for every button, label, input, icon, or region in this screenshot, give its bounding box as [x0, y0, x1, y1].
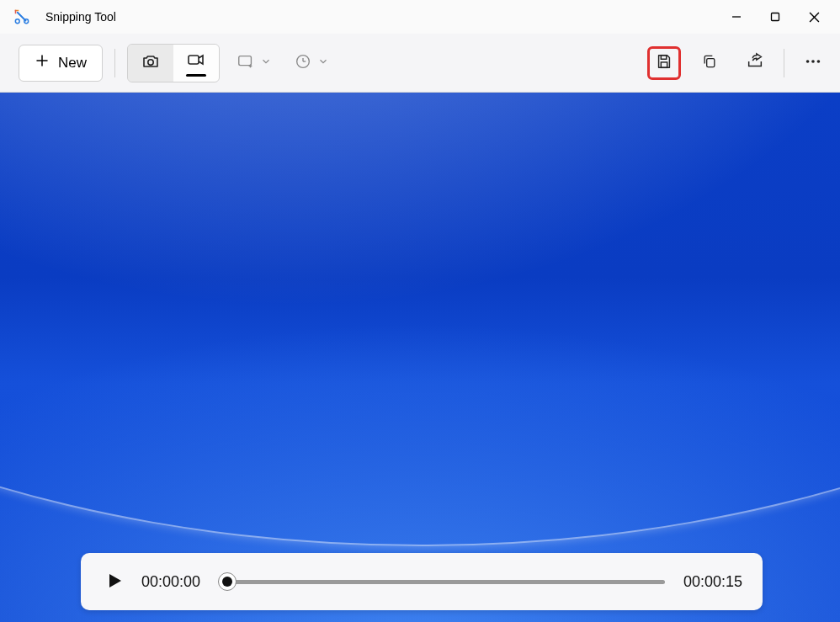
- video-preview[interactable]: [0, 93, 840, 622]
- svg-rect-11: [189, 56, 199, 64]
- screenshot-mode-button[interactable]: [128, 45, 173, 82]
- rectangle-icon: [237, 52, 255, 74]
- svg-rect-3: [15, 10, 17, 14]
- capture-mode-toggle: [127, 44, 220, 82]
- toolbar: New: [0, 34, 840, 93]
- maximize-button[interactable]: [756, 0, 795, 34]
- app-title: Snipping Tool: [45, 10, 116, 24]
- current-time: 00:00:00: [141, 573, 200, 591]
- svg-point-1: [24, 19, 29, 24]
- svg-point-10: [148, 60, 153, 65]
- title-bar: Snipping Tool: [0, 0, 840, 34]
- clock-icon: [294, 52, 312, 74]
- save-button[interactable]: [647, 46, 681, 80]
- svg-point-0: [15, 19, 19, 24]
- title-left: Snipping Tool: [13, 8, 116, 25]
- copy-button[interactable]: [693, 46, 726, 80]
- plus-icon: [35, 53, 50, 72]
- svg-point-23: [817, 60, 821, 63]
- seek-slider[interactable]: [219, 571, 665, 592]
- svg-rect-5: [772, 13, 779, 21]
- seek-track: [219, 580, 665, 584]
- separator: [114, 49, 115, 77]
- play-button[interactable]: [101, 568, 128, 595]
- more-button[interactable]: [796, 46, 830, 80]
- seek-thumb-dot: [222, 577, 232, 587]
- play-icon: [104, 570, 125, 594]
- video-camera-icon: [186, 50, 206, 72]
- capture-viewer: 00:00:00 00:00:15: [0, 93, 840, 622]
- svg-rect-20: [707, 59, 715, 67]
- minimize-button[interactable]: [717, 0, 756, 34]
- region-select-dropdown[interactable]: [231, 47, 277, 79]
- new-label: New: [58, 55, 87, 72]
- copy-icon: [701, 53, 718, 72]
- video-player-bar: 00:00:00 00:00:15: [81, 553, 763, 610]
- svg-point-22: [811, 60, 815, 63]
- svg-rect-19: [661, 62, 667, 67]
- chevron-down-icon: [260, 56, 272, 71]
- active-underline: [186, 74, 206, 77]
- save-icon: [655, 52, 673, 73]
- app-icon: [13, 8, 30, 25]
- svg-rect-12: [239, 56, 252, 65]
- separator: [784, 49, 784, 77]
- share-button[interactable]: [738, 46, 772, 80]
- chevron-down-icon: [317, 56, 329, 71]
- close-button[interactable]: [795, 0, 833, 34]
- more-icon: [804, 52, 822, 73]
- toolbar-left: New: [19, 44, 334, 82]
- svg-rect-18: [661, 56, 666, 60]
- svg-marker-24: [109, 574, 121, 587]
- duration: 00:00:15: [683, 573, 742, 591]
- share-icon: [746, 52, 764, 73]
- seek-thumb[interactable]: [218, 572, 237, 591]
- delay-dropdown[interactable]: [289, 47, 334, 79]
- camera-icon: [141, 51, 161, 74]
- video-mode-button[interactable]: [173, 45, 219, 82]
- new-button[interactable]: New: [19, 45, 103, 82]
- svg-point-21: [806, 60, 810, 63]
- toolbar-right: [647, 46, 830, 80]
- window-controls: [717, 0, 833, 34]
